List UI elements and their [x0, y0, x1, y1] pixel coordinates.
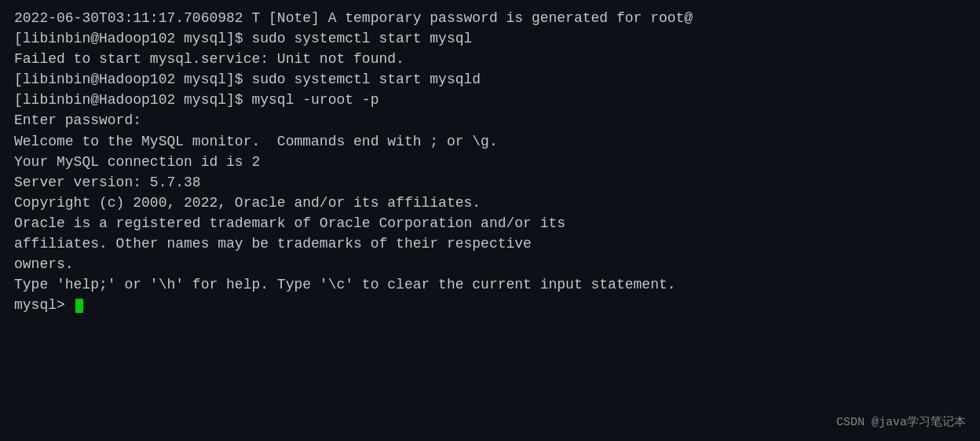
terminal-line: Your MySQL connection id is 2 — [14, 152, 966, 172]
terminal-line: [libinbin@Hadoop102 mysql]$ sudo systemc… — [14, 69, 966, 90]
terminal-line: Type 'help;' or '\h' for help. Type '\c'… — [14, 274, 966, 295]
terminal-line: owners. — [14, 254, 966, 274]
terminal-line: Server version: 5.7.38 — [14, 172, 966, 193]
terminal-line: [libinbin@Hadoop102 mysql]$ mysql -uroot… — [14, 90, 966, 110]
terminal-line: affiliates. Other names may be trademark… — [14, 233, 966, 254]
terminal-line: [libinbin@Hadoop102 mysql]$ sudo systemc… — [14, 28, 966, 49]
terminal-window: 2022-06-30T03:11:17.7060982 T [Note] A t… — [0, 0, 980, 441]
terminal-cursor — [75, 299, 83, 313]
terminal-line: Welcome to the MySQL monitor. Commands e… — [14, 131, 966, 152]
terminal-line: Failed to start mysql.service: Unit not … — [14, 49, 966, 69]
terminal-line: Enter password: — [14, 110, 966, 130]
terminal-line: Copyright (c) 2000, 2022, Oracle and/or … — [14, 193, 966, 213]
terminal-content: 2022-06-30T03:11:17.7060982 T [Note] A t… — [14, 8, 966, 315]
terminal-line: Oracle is a registered trademark of Orac… — [14, 213, 966, 233]
watermark-text: CSDN @java学习笔记本 — [836, 414, 966, 432]
terminal-line: 2022-06-30T03:11:17.7060982 T [Note] A t… — [14, 8, 966, 28]
terminal-line: mysql> — [14, 295, 966, 315]
